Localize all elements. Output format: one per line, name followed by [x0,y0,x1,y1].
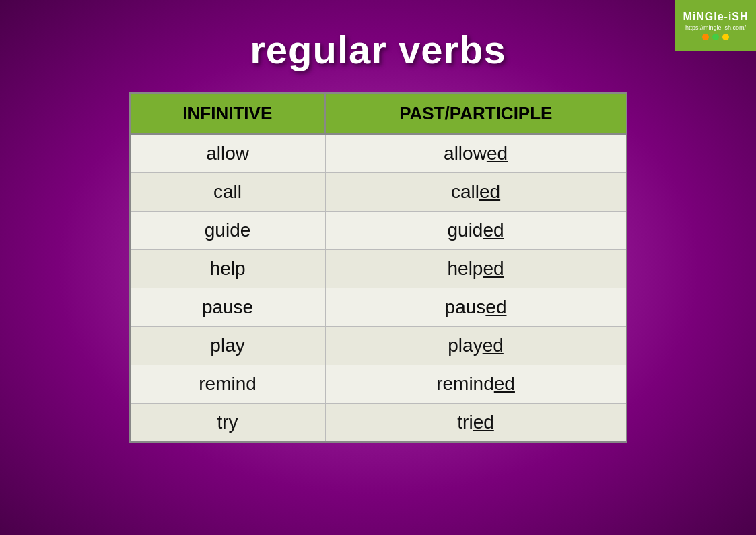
table-row: allowallowed [130,134,627,173]
table-row: remindreminded [130,365,627,404]
cell-infinitive: remind [130,365,326,404]
table-row: trytried [130,404,627,443]
table-row: guideguided [130,212,627,250]
dot-orange [702,34,709,40]
cell-past: reminded [325,365,626,404]
cell-past: helped [325,250,626,288]
cell-infinitive: try [130,404,326,443]
cell-past: tried [325,404,626,443]
logo-url: https://mingle-ish.com/ [685,24,746,31]
logo-title: MiNGle-iSH [683,11,748,23]
cell-infinitive: play [130,327,326,365]
table-row: callcalled [130,173,627,212]
cell-infinitive: help [130,250,326,288]
page-title: regular verbs [250,27,506,72]
verbs-table: INFINITIVE PAST/PARTICIPLE allowallowedc… [129,92,627,443]
table-row: helphelped [130,250,627,288]
table-row: pausepaused [130,288,627,327]
header-infinitive: INFINITIVE [130,93,326,134]
dot-yellow [722,34,729,40]
logo-dots [702,34,729,40]
table-header-row: INFINITIVE PAST/PARTICIPLE [130,93,627,134]
table-row: playplayed [130,327,627,365]
cell-past: played [325,327,626,365]
logo: MiNGle-iSH https://mingle-ish.com/ [675,0,756,51]
dot-green [712,34,719,40]
cell-infinitive: pause [130,288,326,327]
cell-infinitive: allow [130,134,326,173]
cell-infinitive: call [130,173,326,212]
cell-infinitive: guide [130,212,326,250]
verbs-table-container: INFINITIVE PAST/PARTICIPLE allowallowedc… [129,92,627,443]
cell-past: allowed [325,134,626,173]
cell-past: called [325,173,626,212]
cell-past: guided [325,212,626,250]
cell-past: paused [325,288,626,327]
header-past: PAST/PARTICIPLE [325,93,626,134]
